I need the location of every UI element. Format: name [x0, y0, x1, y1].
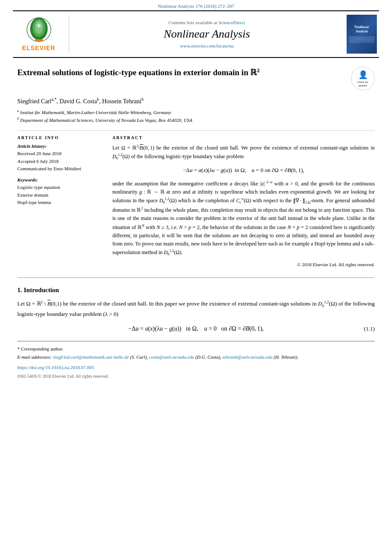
abstract-col: ABSTRACT Let Ω = ℝ2\B(0, 1) be the exter…: [112, 135, 375, 268]
section-divider: [17, 277, 375, 278]
check-updates-badge: 👤 Check forupdates: [351, 67, 375, 90]
contents-line: Contents lists available at ScienceDirec…: [169, 20, 245, 25]
doi-link[interactable]: https://doi.org/10.1016/j.na.2018.07.005: [17, 365, 94, 370]
keywords-section: Keywords: Logistic-type equation Exterio…: [17, 177, 104, 207]
top-bar: Nonlinear Analysis 176 (2018) 272–287: [0, 0, 392, 10]
footnote-corresponding: * Corresponding author.: [17, 345, 375, 353]
equation-1.1: −Δu = a(x)(λu − g(u)) in Ω, u = 0 on ∂Ω …: [128, 325, 264, 332]
author2: David G. Costa: [60, 98, 97, 105]
journal-cover: NonlinearAnalysis: [344, 15, 379, 54]
copyright-line: © 2018 Elsevier Ltd. All rights reserved…: [112, 261, 375, 269]
keywords-title: Keywords:: [17, 177, 104, 182]
journal-url[interactable]: www.elsevier.com/locate/na: [180, 43, 234, 48]
article-info-abstract: ARTICLE INFO Article history: Received 2…: [17, 135, 375, 268]
communicated-by: Communicated by Enzo Mitidieri: [17, 165, 104, 173]
sciencedirect-link[interactable]: ScienceDirect: [218, 20, 245, 25]
footnotes: * Corresponding author. E-mail addresses…: [17, 341, 375, 379]
svg-point-4: [37, 24, 41, 28]
article-history-title: Article history:: [17, 143, 104, 149]
author1: Siegfried Carl: [17, 98, 51, 105]
journal-header: ELSEVIER Contents lists available at Sci…: [13, 10, 379, 58]
received-date: Received 20 June 2018: [17, 150, 104, 158]
footnote-emails: E-mail addresses: siegfried.carl@mathema…: [17, 353, 375, 361]
main-content: Extremal solutions of logistic-type equa…: [0, 58, 392, 387]
email2-link[interactable]: costa@unlv.nevada.edu: [149, 354, 194, 360]
paper-title-text: Extremal solutions of logistic-type equa…: [17, 67, 344, 79]
keyword1: Logistic-type equation: [17, 184, 104, 191]
elsevier-brand: ELSEVIER: [22, 45, 55, 51]
elsevier-logo: ELSEVIER: [13, 15, 69, 54]
affiliation-b: b Department of Mathematical Sciences, U…: [17, 116, 375, 124]
author3: Hossein Tehrani: [102, 98, 141, 105]
svg-rect-6: [35, 39, 42, 41]
check-updates-icon: 👤: [358, 70, 368, 80]
author3-sup: b: [141, 97, 143, 102]
header-divider: [17, 131, 375, 131]
journal-title-area: Contents lists available at ScienceDirec…: [69, 15, 344, 54]
email3-link[interactable]: tehranh@unlv.nevada.edu: [223, 354, 273, 360]
abstract-main-equation: −Δu = a(x)(λu − g(u)) in Ω, u = 0 on ∂Ω …: [112, 166, 375, 175]
article-info-title: ARTICLE INFO: [17, 135, 104, 140]
cover-title: NonlinearAnalysis: [354, 25, 369, 34]
equation-1.1-number: (1.1): [364, 325, 375, 332]
journal-name: Nonlinear Analysis: [164, 28, 250, 41]
abstract-title: ABSTRACT: [112, 135, 375, 140]
authors-line: Siegfried Carla,*, David G. Costab, Hoss…: [17, 97, 375, 105]
cover-box: NonlinearAnalysis: [347, 15, 377, 54]
paper-title-block: Extremal solutions of logistic-type equa…: [17, 67, 375, 90]
email1-link[interactable]: siegfried.carl@mathematik.uni-halle.de: [53, 354, 129, 360]
accepted-date: Accepted 6 July 2018: [17, 158, 104, 166]
article-info-col: ARTICLE INFO Article history: Received 2…: [17, 135, 104, 268]
section1-title: 1. Introduction: [17, 287, 375, 294]
section1-text1: Let Ω = ℝ2 \ B(0,1) be the exterior of t…: [17, 299, 375, 319]
check-updates-label: Check forupdates: [357, 80, 369, 88]
equation-1.1-block: −Δu = a(x)(λu − g(u)) in Ω, u = 0 on ∂Ω …: [17, 325, 375, 332]
author2-sup: b: [97, 97, 99, 102]
affiliations: a Institut für Mathematik, Martin-Luther…: [17, 108, 375, 124]
journal-reference: Nonlinear Analysis 176 (2018) 272–287: [158, 3, 234, 9]
keyword2: Exterior domain: [17, 191, 104, 199]
cover-lines: [349, 36, 375, 43]
elsevier-tree-icon: [22, 17, 56, 43]
issn-line: 0362-546X/© 2018 Elsevier Ltd. All right…: [17, 374, 375, 379]
keyword3: Hopf-type lemma: [17, 199, 104, 207]
abstract-text: Let Ω = ℝ2\B(0, 1) be the exterior of th…: [112, 143, 375, 268]
author1-sup: a,*: [51, 97, 57, 102]
affiliation-a: a Institut für Mathematik, Martin-Luther…: [17, 108, 375, 116]
